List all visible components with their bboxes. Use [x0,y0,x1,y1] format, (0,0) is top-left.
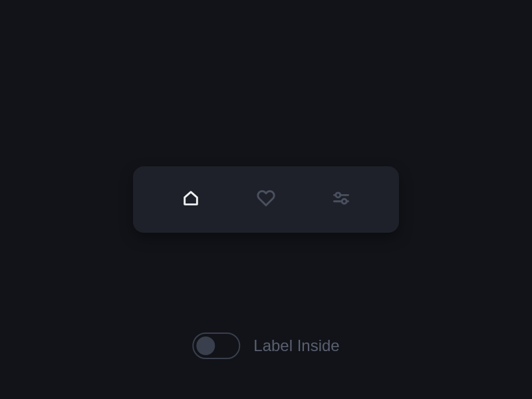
svg-point-1 [336,193,340,198]
heart-icon [257,189,275,210]
switch-label: Label Inside [253,336,339,355]
label-inside-switch[interactable] [192,332,240,359]
sliders-icon [332,189,350,210]
switch-row: Label Inside [192,332,339,359]
nav-bar [133,166,399,233]
nav-item-home[interactable] [171,180,211,219]
nav-item-favorites[interactable] [246,180,286,219]
home-icon [182,189,200,210]
nav-item-settings[interactable] [321,180,361,219]
svg-point-3 [342,199,346,203]
switch-knob [196,336,215,355]
